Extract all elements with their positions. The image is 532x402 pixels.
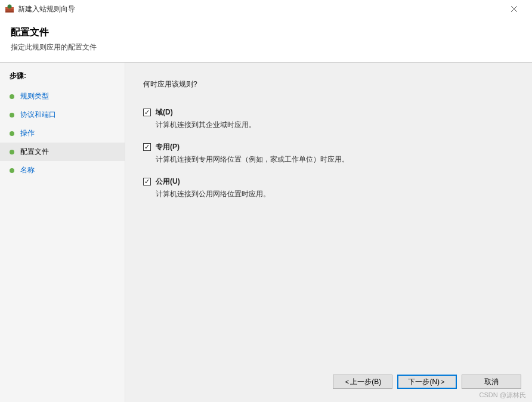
cancel-button[interactable]: 取消 (462, 375, 521, 389)
bullet-icon (10, 131, 14, 136)
step-label: 配置文件 (20, 147, 49, 157)
step-label: 协议和端口 (20, 110, 56, 120)
svg-rect-2 (5, 11, 14, 13)
checkbox-public[interactable] (143, 178, 151, 185)
option-private-label: 专用(P) (156, 142, 180, 152)
option-domain: 域(D) 计算机连接到其企业域时应用。 (143, 107, 514, 130)
back-button-label: 上一步(B) (350, 377, 381, 387)
content-question: 何时应用该规则? (143, 79, 514, 89)
option-domain-label: 域(D) (156, 107, 173, 117)
step-label: 名称 (20, 165, 35, 175)
step-protocol-ports[interactable]: 协议和端口 (0, 106, 125, 124)
page-subtitle: 指定此规则应用的配置文件 (11, 42, 521, 52)
wizard-footer: < 上一步(B) 下一步(N) > 取消 (333, 375, 521, 389)
next-button[interactable]: 下一步(N) > (397, 375, 457, 389)
option-domain-desc: 计算机连接到其企业域时应用。 (156, 120, 514, 130)
bullet-icon (10, 113, 14, 117)
close-button[interactable] (500, 1, 527, 17)
option-private: 专用(P) 计算机连接到专用网络位置（例如，家或工作单位）时应用。 (143, 142, 514, 165)
firewall-icon (5, 4, 14, 14)
option-public: 公用(U) 计算机连接到公用网络位置时应用。 (143, 177, 514, 199)
chevron-left-icon: < (344, 378, 350, 385)
step-profile: 配置文件 (0, 143, 125, 161)
step-label: 规则类型 (20, 91, 49, 101)
checkbox-private[interactable] (143, 143, 151, 151)
steps-heading: 步骤: (0, 67, 125, 87)
chevron-right-icon: > (440, 378, 446, 385)
option-public-label: 公用(U) (156, 177, 180, 187)
steps-sidebar: 步骤: 规则类型 协议和端口 操作 配置文件 名称 (0, 63, 125, 402)
wizard-header: 配置文件 指定此规则应用的配置文件 (0, 18, 532, 62)
page-title: 配置文件 (11, 26, 521, 39)
option-public-desc: 计算机连接到公用网络位置时应用。 (156, 189, 514, 199)
cancel-button-label: 取消 (484, 377, 499, 387)
step-action[interactable]: 操作 (0, 124, 125, 143)
next-button-label: 下一步(N) (408, 377, 440, 387)
bullet-icon (10, 150, 14, 154)
bullet-icon (10, 94, 14, 99)
bullet-icon (10, 168, 14, 173)
back-button[interactable]: < 上一步(B) (333, 375, 392, 389)
step-rule-type[interactable]: 规则类型 (0, 87, 125, 106)
close-icon (511, 6, 517, 12)
window-title: 新建入站规则向导 (18, 4, 500, 14)
option-private-desc: 计算机连接到专用网络位置（例如，家或工作单位）时应用。 (156, 154, 514, 165)
step-label: 操作 (20, 128, 35, 138)
wizard-content: 何时应用该规则? 域(D) 计算机连接到其企业域时应用。 专用(P) 计算机连接… (125, 63, 532, 402)
titlebar: 新建入站规则向导 (0, 0, 532, 18)
checkbox-domain[interactable] (143, 109, 151, 116)
step-name[interactable]: 名称 (0, 161, 125, 180)
